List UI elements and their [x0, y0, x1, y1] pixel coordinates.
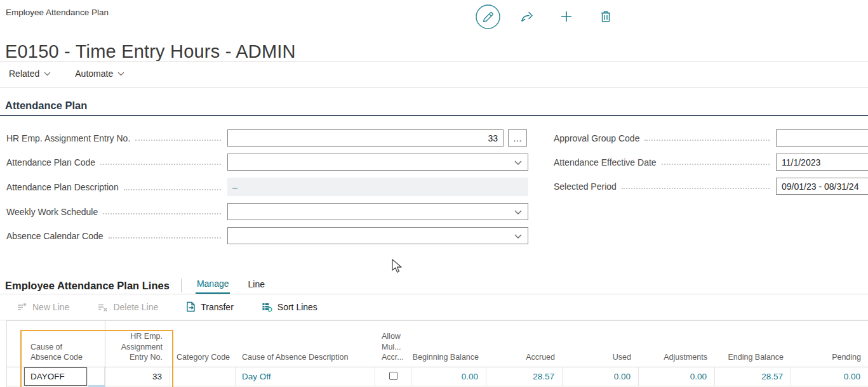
field-label: Weekly Work Schedule [6, 207, 98, 217]
edit-button[interactable] [468, 2, 507, 31]
col-header-cause-of-absence-description[interactable]: Cause of Absence Description [236, 321, 375, 367]
new-line-button[interactable]: New Line [14, 301, 72, 313]
chevron-down-icon [514, 210, 522, 215]
new-line-label: New Line [32, 302, 69, 312]
delete-line-button[interactable]: Delete Line [95, 301, 161, 313]
cell-accrued[interactable]: 28.57 [486, 367, 563, 386]
cell-spacer[interactable] [88, 367, 105, 386]
chevron-down-icon [514, 161, 522, 166]
section-rule [0, 115, 868, 116]
assist-edit-button[interactable]: … [508, 129, 527, 147]
selected-period-input[interactable] [776, 178, 868, 195]
row-selector-header[interactable] [7, 321, 24, 367]
sort-lines-label: Sort Lines [277, 302, 317, 312]
field-approval-group-code: Approval Group Code [554, 129, 868, 147]
approval-group-code-input[interactable] [776, 129, 868, 147]
table-row: DAYOFF 33 Day Off 0.00 28.57 0.00 0.00 2… [7, 367, 868, 386]
weekly-work-schedule-dropdown[interactable] [227, 203, 528, 220]
dotted-leader [622, 188, 770, 189]
breadcrumb[interactable]: Employee Attendance Plan [6, 8, 109, 17]
field-absence-calendar-code: Absence Calendar Code [6, 227, 528, 244]
freeze-pane-divider [105, 321, 105, 387]
field-label: Approval Group Code [554, 133, 639, 143]
col-header-ending-balance[interactable]: Ending Balance [715, 321, 791, 367]
menu-related-label: Related [9, 69, 39, 79]
chevron-down-icon [117, 72, 124, 76]
cell-used[interactable]: 0.00 [563, 367, 639, 386]
plus-icon [560, 10, 573, 23]
divider [181, 279, 182, 292]
allow-multiple-accruals-checkbox[interactable] [389, 372, 397, 380]
cell-hr-emp-assignment-entry-no[interactable]: 33 [105, 367, 170, 386]
page-title: E0150 - Time Entry Hours - ADMIN [5, 41, 296, 62]
trash-icon [599, 10, 612, 23]
field-label: Attendance Plan Code [6, 157, 95, 167]
cell-category-code[interactable] [170, 367, 236, 386]
mouse-cursor [391, 259, 404, 274]
page-action-bar [468, 2, 625, 31]
divider [0, 87, 868, 88]
chevron-down-icon [514, 234, 522, 239]
col-header-pending[interactable]: Pending [791, 321, 868, 367]
col-header-beginning-balance[interactable]: Beginning Balance [411, 321, 486, 367]
col-header-used[interactable]: Used [563, 321, 639, 367]
hr-emp-assignment-entry-no-input[interactable] [227, 129, 504, 147]
field-label: Selected Period [554, 181, 617, 192]
cell-beginning-balance[interactable]: 0.00 [411, 367, 486, 386]
field-attendance-plan-code: Attendance Plan Code [6, 154, 528, 171]
field-hr-emp-assignment-entry-no: HR Emp. Assignment Entry No. … [6, 129, 528, 147]
dotted-leader [103, 213, 221, 214]
cell-cause-of-absence-code[interactable]: DAYOFF [24, 367, 88, 386]
tab-manage[interactable]: Manage [196, 277, 230, 294]
field-label: Absence Calendar Code [6, 231, 103, 241]
cell-allow-multiple-accruals [375, 367, 411, 386]
col-header-adjustments[interactable]: Adjustments [639, 321, 715, 367]
transfer-icon [186, 301, 196, 312]
cell-cause-of-absence-description[interactable]: Day Off [236, 367, 375, 386]
transfer-button[interactable]: Transfer [184, 300, 236, 313]
absence-calendar-code-dropdown[interactable] [227, 227, 528, 244]
attendance-plan-lines-table: Cause of Absence Code HR Emp. Assignment… [6, 320, 868, 387]
sort-lines-icon [262, 302, 272, 312]
divider [0, 61, 868, 62]
menu-automate-label: Automate [75, 69, 113, 79]
col-header-accrued[interactable]: Accrued [486, 321, 563, 367]
menu-automate[interactable]: Automate [71, 66, 128, 81]
field-attendance-plan-description: Attendance Plan Description – [6, 178, 528, 196]
attendance-plan-description-readonly: – [227, 178, 528, 196]
lines-toolbar: New Line Delete Line Transfer Sort Lines [14, 300, 320, 313]
share-button[interactable] [507, 2, 547, 31]
cell-ending-balance[interactable]: 28.57 [715, 367, 791, 386]
col-header-cause-of-absence-code[interactable]: Cause of Absence Code [24, 321, 88, 367]
attendance-effective-date-input[interactable] [776, 154, 868, 171]
cell-adjustments[interactable]: 0.00 [639, 367, 715, 386]
delete-button[interactable] [586, 2, 625, 31]
field-weekly-work-schedule: Weekly Work Schedule [6, 203, 528, 220]
sort-lines-button[interactable]: Sort Lines [259, 301, 320, 313]
dotted-leader [109, 237, 221, 239]
attendance-plan-code-dropdown[interactable] [227, 154, 528, 171]
col-header-allow-multiple-accruals[interactable]: Allow Mul... Accr... [375, 321, 411, 367]
new-line-icon [17, 302, 27, 312]
col-header-hr-emp-assignment-entry-no[interactable]: HR Emp. Assignment Entry No. [105, 321, 170, 367]
new-button[interactable] [547, 2, 586, 31]
section-heading-attendance-plan: Attendance Plan [5, 100, 87, 112]
share-icon [520, 10, 534, 23]
row-selector-cell[interactable] [7, 367, 24, 386]
cell-pending[interactable]: 0.00 [791, 367, 868, 386]
dotted-leader [100, 164, 221, 165]
table-header-row: Cause of Absence Code HR Emp. Assignment… [7, 321, 868, 367]
menu-related[interactable]: Related [5, 66, 55, 81]
transfer-label: Transfer [201, 302, 234, 312]
col-header-category-code[interactable]: Category Code [170, 321, 236, 367]
field-attendance-effective-date: Attendance Effective Date [554, 154, 868, 171]
delete-line-label: Delete Line [113, 302, 158, 312]
dotted-leader [135, 140, 221, 141]
chevron-down-icon [44, 72, 51, 76]
divider [0, 294, 868, 294]
dotted-leader [644, 140, 770, 141]
dotted-leader [662, 164, 770, 165]
field-label: Attendance Plan Description [6, 182, 119, 192]
tab-line[interactable]: Line [246, 278, 265, 293]
col-header-spacer [88, 321, 105, 367]
